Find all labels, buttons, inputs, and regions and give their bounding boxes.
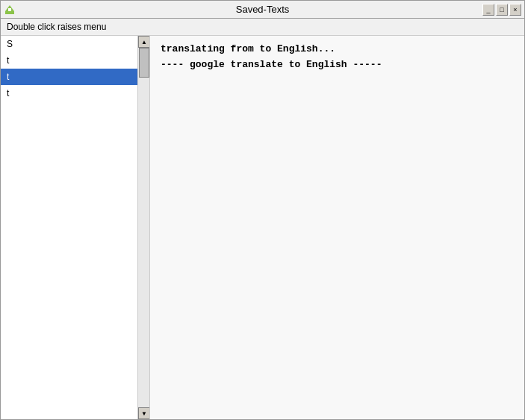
minimize-button[interactable]: _ bbox=[482, 4, 494, 16]
window-body: Double click raises menu S t t t print r… bbox=[1, 19, 524, 419]
window-title: Saved-Texts bbox=[236, 4, 290, 15]
maximize-button[interactable]: □ bbox=[496, 4, 508, 16]
svg-rect-2 bbox=[8, 8, 11, 11]
list-area[interactable]: S t t t bbox=[1, 36, 149, 419]
left-panel-scrollbar[interactable]: ▲ ▼ bbox=[137, 36, 149, 419]
left-panel: S t t t print refresh delete edit ▼ bbox=[1, 36, 150, 419]
app-icon bbox=[4, 4, 16, 16]
close-button[interactable]: × bbox=[509, 4, 521, 16]
list-item[interactable]: t bbox=[1, 52, 149, 69]
title-bar-left bbox=[4, 4, 16, 16]
title-bar: Saved-Texts _ □ × bbox=[1, 1, 524, 19]
scroll-thumb[interactable] bbox=[139, 48, 149, 78]
list-item[interactable]: S bbox=[1, 36, 149, 52]
right-panel: translating from to English... ---- goog… bbox=[150, 36, 524, 419]
window-controls: _ □ × bbox=[482, 4, 521, 16]
list-item[interactable]: t bbox=[1, 85, 149, 101]
scroll-up-button[interactable]: ▲ bbox=[138, 36, 150, 48]
content-line-2: ---- google translate to English ----- bbox=[161, 59, 514, 70]
hint-bar: Double click raises menu bbox=[1, 19, 524, 36]
content-line-1: translating from to English... bbox=[161, 43, 514, 54]
scroll-down-button[interactable]: ▼ bbox=[138, 407, 150, 419]
hint-text: Double click raises menu bbox=[7, 22, 106, 32]
content-area: S t t t print refresh delete edit ▼ bbox=[1, 36, 524, 419]
main-window: Saved-Texts _ □ × Double click raises me… bbox=[0, 0, 525, 420]
svg-rect-0 bbox=[5, 11, 14, 14]
list-item[interactable]: t bbox=[1, 69, 149, 85]
